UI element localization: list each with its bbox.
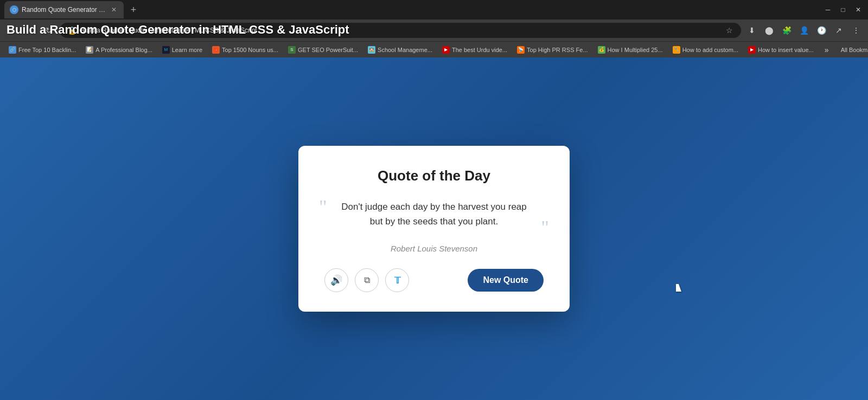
quote-body: " Don't judge each day by the harvest yo… — [324, 199, 544, 229]
bookmark-label-3: Top 1500 Nouns us... — [222, 47, 278, 53]
new-quote-button[interactable]: New Quote — [468, 269, 544, 292]
close-window-icon[interactable]: ✕ — [853, 4, 864, 15]
bookmark-item-2[interactable]: M Learn more — [158, 45, 207, 55]
tab-bar: ⬡ Random Quote Generator | Ori... ✕ + ─ … — [0, 0, 868, 20]
bookmark-star-icon[interactable]: ☆ — [724, 25, 735, 36]
open-quote-mark: " — [319, 197, 327, 217]
bookmark-item-8[interactable]: 💰 How I Multiplied 25... — [593, 45, 667, 55]
bookmark-favicon-3: 🔖 — [212, 46, 220, 54]
active-tab[interactable]: ⬡ Random Quote Generator | Ori... ✕ — [4, 1, 124, 18]
share-icon[interactable]: ↗ — [831, 23, 846, 38]
forward-button[interactable]: › — [23, 23, 38, 38]
profile-avatar-icon[interactable]: 👤 — [796, 23, 812, 38]
new-tab-button[interactable]: + — [126, 2, 141, 17]
tab-label: Random Quote Generator | Ori... — [22, 6, 106, 14]
bookmark-favicon-5: 🏫 — [368, 46, 375, 54]
bookmark-favicon-9: 🔧 — [673, 46, 680, 54]
sound-button[interactable]: 🔊 — [324, 268, 348, 292]
copy-icon: ⧉ — [364, 275, 370, 285]
bookmark-label-0: Free Top 10 Backlin... — [18, 47, 76, 53]
bookmark-favicon-1: 📝 — [86, 46, 93, 54]
browser-chrome: ⬡ Random Quote Generator | Ori... ✕ + ─ … — [0, 0, 868, 57]
toolbar-right: ⬇ ⬤ 🧩 👤 🕐 ↗ ⋮ — [744, 23, 864, 38]
bookmark-label-9: How to add custom... — [682, 47, 738, 53]
bookmark-item-7[interactable]: 📡 Top High PR RSS Fe... — [513, 45, 592, 55]
tab-favicon: ⬡ — [10, 5, 18, 14]
more-bookmarks-icon[interactable]: » — [819, 42, 834, 57]
address-bar[interactable]: 🔒 Build a Random Quote Generator in HTML… — [60, 23, 741, 38]
card-actions: 🔊 ⧉ 𝕋 New Quote — [324, 268, 544, 292]
bookmark-favicon-10: ▶ — [748, 46, 756, 54]
bookmark-item-0[interactable]: 🔗 Free Top 10 Backlin... — [4, 45, 80, 55]
minimize-icon[interactable]: ─ — [822, 4, 833, 15]
bookmark-label-2: Learn more — [172, 47, 202, 53]
bookmark-favicon-0: 🔗 — [9, 46, 16, 54]
bookmark-label-5: School Manageme... — [378, 47, 432, 53]
bookmark-item-1[interactable]: 📝 A Professional Blog... — [81, 45, 157, 55]
bookmark-item-4[interactable]: S GET SEO PowerSuit... — [284, 45, 362, 55]
profile-icon[interactable]: ⬤ — [762, 23, 777, 38]
address-bar-row: ‹ › ↻ 🔒 Build a Random Quote Generator i… — [0, 20, 868, 41]
bookmarks-bar: 🔗 Free Top 10 Backlin... 📝 A Professiona… — [0, 41, 868, 57]
bookmark-label-4: GET SEO PowerSuit... — [298, 47, 358, 53]
page-content: Quote of the Day " Don't judge each day … — [0, 57, 868, 400]
copy-button[interactable]: ⧉ — [355, 268, 379, 292]
bookmark-favicon-2: M — [162, 46, 170, 54]
lock-icon: 🔒 — [66, 25, 77, 36]
bookmark-item-10[interactable]: ▶ How to insert value... — [744, 45, 818, 55]
bookmark-label-7: Top High PR RSS Fe... — [527, 47, 588, 53]
bookmark-favicon-4: S — [288, 46, 296, 54]
bookmark-label-10: How to insert value... — [758, 47, 814, 53]
address-text: Build a Random Quote Generator in HTML C… — [80, 27, 720, 34]
bookmark-item-5[interactable]: 🏫 School Manageme... — [363, 45, 437, 55]
close-quote-mark: " — [541, 218, 549, 237]
sound-icon: 🔊 — [330, 274, 342, 286]
bookmarks-more[interactable]: » All Bookmarks — [819, 42, 868, 57]
bookmark-label-6: The best Urdu vide... — [452, 47, 507, 53]
address-bar-icons: ☆ — [724, 25, 735, 36]
twitter-button[interactable]: 𝕋 — [385, 268, 409, 292]
more-icon[interactable]: ⋮ — [848, 23, 864, 38]
reload-button[interactable]: ↻ — [41, 23, 56, 38]
back-button[interactable]: ‹ — [4, 23, 20, 38]
bookmark-item-3[interactable]: 🔖 Top 1500 Nouns us... — [208, 45, 283, 55]
quote-card: Quote of the Day " Don't judge each day … — [298, 146, 570, 312]
tab-bar-right: ─ □ ✕ — [822, 4, 864, 15]
bookmark-item-6[interactable]: ▶ The best Urdu vide... — [438, 45, 512, 55]
action-icons: 🔊 ⧉ 𝕋 — [324, 268, 409, 292]
tab-close-icon[interactable]: ✕ — [110, 5, 118, 14]
bookmark-favicon-6: ▶ — [442, 46, 450, 54]
bookmark-label-1: A Professional Blog... — [95, 47, 152, 53]
quote-text: Don't judge each day by the harvest you … — [324, 199, 544, 229]
bookmark-label-8: How I Multiplied 25... — [608, 47, 663, 53]
cursor — [676, 284, 685, 296]
bookmark-favicon-7: 📡 — [517, 46, 525, 54]
extension-icon[interactable]: 🧩 — [779, 23, 794, 38]
quote-author: Robert Louis Stevenson — [324, 244, 544, 253]
all-bookmarks-label[interactable]: All Bookmarks — [837, 46, 868, 54]
maximize-icon[interactable]: □ — [838, 4, 848, 15]
card-title: Quote of the Day — [324, 167, 544, 184]
sync-icon[interactable]: 🕐 — [814, 23, 829, 38]
bookmark-favicon-8: 💰 — [598, 46, 605, 54]
bookmark-item-9[interactable]: 🔧 How to add custom... — [668, 45, 743, 55]
twitter-icon: 𝕋 — [394, 275, 400, 286]
download-icon[interactable]: ⬇ — [744, 23, 760, 38]
